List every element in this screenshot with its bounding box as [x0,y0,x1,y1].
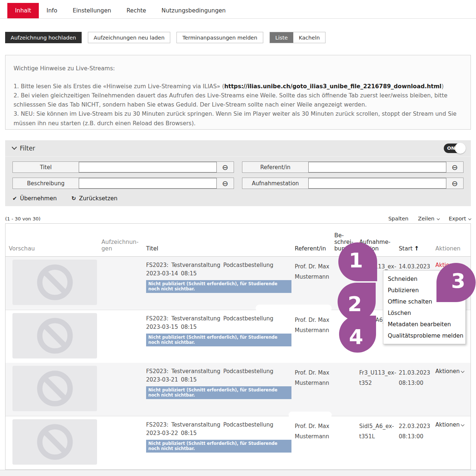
menu-item-qualitaetsprobleme-melden[interactable]: Qualitätsprobleme melden [383,330,465,341]
status-badge: Nicht publiziert (Schnitt erforderlich),… [146,334,291,347]
station-cell: Fr3_U113_ex-t352 [359,366,393,388]
remove-filter-icon[interactable]: ⊖ [217,162,234,172]
referent-cell: Prof. Dr. Max Mustermann [295,366,331,388]
table-row: FS2023: Testveranstaltung Podcastbestell… [5,416,471,469]
no-preview-icon [34,368,75,409]
view-list-button[interactable]: Liste [270,32,293,43]
page-footer-strip [0,470,476,476]
filter-reset-button[interactable]: ↻ Zurücksetzen [71,195,118,202]
chevron-down-icon [461,423,465,427]
columns-button[interactable]: Spalten [388,216,408,222]
result-range: (1 - 30 von 30) [5,216,41,222]
col-header-referent[interactable]: Referent/in [291,245,331,252]
menu-item-loeschen[interactable]: Löschen [383,307,465,319]
status-badge: Nicht publiziert (Schnitt erforderlich),… [146,440,291,453]
filter-field-referent: Referent/in ⊖ [242,161,464,173]
no-preview-icon [34,421,75,462]
reload-recordings-button[interactable]: Aufzeichnungen neu laden [88,32,171,43]
notice-line-1-prefix: 1. Bitte lesen Sie als Erstes die «Hinwe… [14,83,224,90]
remove-filter-icon[interactable]: ⊖ [446,162,463,172]
sort-asc-icon: ↑ [414,245,419,252]
annotation-callout-3: 3 [436,263,476,302]
filter-input-titel[interactable] [79,162,217,172]
callout-number: 2 [348,292,362,316]
filter-label-aufnahmestation: Aufnahmestation [242,178,308,189]
tab-nutzungsbedingungen[interactable]: Nutzungsbedingungen [154,3,233,18]
rows-dropdown[interactable]: Zeilen [418,216,439,222]
callout-number: 1 [349,248,363,272]
tab-bar: Inhalt Info Einstellungen Rechte Nutzung… [0,0,476,19]
view-tiles-button[interactable]: Kacheln [293,32,325,43]
filter-label-titel: Titel [13,162,79,172]
status-badge: Nicht publiziert (Schnitt erforderlich),… [146,280,291,293]
filter-label-beschreibung: Beschreibung [13,178,79,189]
tab-einstellungen[interactable]: Einstellungen [65,3,119,18]
callout-number: 4 [349,325,363,349]
upload-recording-button[interactable]: Aufzeichnung hochladen [5,32,82,43]
recording-title[interactable]: FS2023: Testveranstaltung Podcastbestell… [146,260,291,278]
toolbar: Aufzeichnung hochladen Aufzeichnungen ne… [5,32,471,43]
preview-thumbnail [12,366,97,411]
col-header-aufzeichnungen: Aufzeichnun­gen [98,239,143,252]
whiteout-mark [256,305,332,312]
no-preview-icon [34,262,75,303]
filter-panel: Filter ON Titel ⊖ Referent/in ⊖ Beschrei… [5,140,471,206]
filter-field-aufnahmestation: Aufnahmestation ⊖ [242,178,464,189]
tab-rechte[interactable]: Rechte [119,3,154,18]
export-dropdown[interactable]: Export [449,216,471,222]
start-label: Start [399,245,413,252]
tab-inhalt[interactable]: Inhalt [7,3,39,18]
row-actions-dropdown[interactable]: Aktionen [435,419,471,428]
row-actions-dropdown[interactable]: Aktionen [435,366,471,375]
filter-field-beschreibung: Beschreibung ⊖ [12,178,234,189]
filter-input-beschreibung[interactable] [79,178,217,189]
referent-cell: Prof. Dr. Max Mustermann [295,313,331,336]
toggle-knob [455,143,466,154]
chevron-down-icon [12,145,17,150]
filter-label-referent: Referent/in [242,162,308,172]
filter-input-referent[interactable] [308,162,446,172]
tab-info[interactable]: Info [39,3,65,18]
remove-filter-icon[interactable]: ⊖ [446,178,463,189]
notice-download-link[interactable]: https://ilias.unibe.ch/goto_ilias3_unibe… [224,83,441,90]
filter-reset-label: Zurücksetzen [79,195,118,202]
chevron-down-icon [468,217,471,220]
menu-item-metadaten-bearbeiten[interactable]: Metadaten bearbeiten [383,319,465,330]
filter-field-titel: Titel ⊖ [12,161,234,173]
annotation-callout-2: 2 [338,283,376,321]
start-cell: 21.03.2023 08:13:00 [399,366,432,388]
col-header-vorschau: Vorschau [5,245,98,252]
recording-title[interactable]: FS2023: Testveranstaltung Podcastbestell… [146,366,291,384]
check-icon: ✔ [12,195,17,202]
recording-title[interactable]: FS2023: Testveranstaltung Podcastbestell… [146,313,291,332]
col-header-aktionen: Aktionen [432,245,471,252]
no-preview-icon [34,315,75,356]
table-header-row: Vorschau Aufzeichnun­gen Titel Referent/… [5,224,471,257]
remove-filter-icon[interactable]: ⊖ [217,178,234,189]
report-schedule-changes-button[interactable]: Terminanpassungen melden [176,32,263,43]
filter-input-aufnahmestation[interactable] [308,178,446,189]
filter-apply-button[interactable]: ✔ Übernehmen [12,195,57,202]
notice-line-1-suffix: ) [442,83,444,90]
col-header-titel[interactable]: Titel [143,245,291,252]
filter-apply-label: Übernehmen [20,195,57,202]
filter-on-toggle[interactable]: ON [444,144,464,153]
rows-label: Zeilen [418,216,435,222]
recordings-table: Vorschau Aufzeichnun­gen Titel Referent/… [5,223,471,470]
filter-collapse-header[interactable]: Filter [12,145,35,152]
notice-line-1: 1. Bitte lesen Sie als Erstes die «Hinwe… [14,82,462,91]
station-cell: Sidl5_A6_ex-t351L [359,419,393,442]
actions-label: Aktionen [435,421,460,428]
recording-title[interactable]: FS2023: Testveranstaltung Podcastbestell… [146,419,291,438]
filter-title: Filter [20,145,35,152]
annotation-callout-1: 1 [338,242,377,281]
callout-number: 3 [451,269,465,293]
preview-thumbnail [12,419,97,465]
notice-heading: Wichtige Hinweise zu Live-Streams: [14,64,462,73]
preview-thumbnail [12,260,97,305]
referent-cell: Prof. Dr. Max Mustermann [295,419,331,442]
whiteout-mark [289,412,332,418]
annotation-callout-4: 4 [339,316,376,353]
col-header-start[interactable]: Start↑ [395,245,432,252]
notice-line-3: 3. NEU: Sie können im Live-Stream bis zu… [14,109,462,128]
